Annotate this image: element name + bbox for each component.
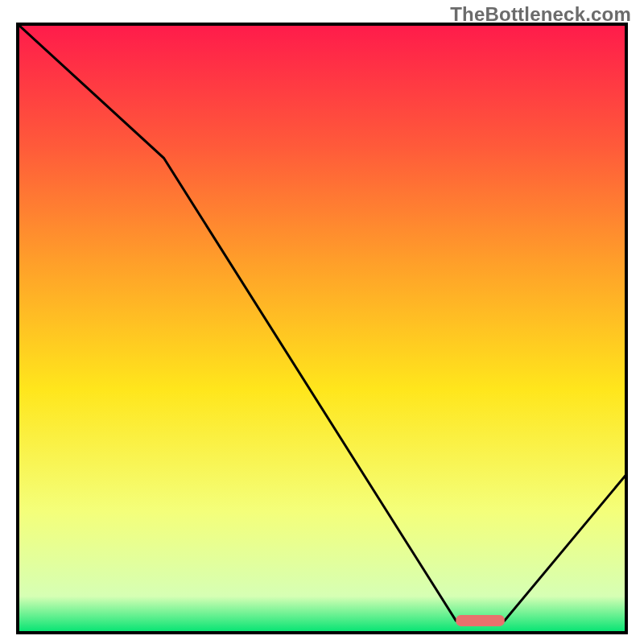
bottleneck-chart: TheBottleneck.com	[0, 0, 644, 644]
optimal-range-marker	[456, 615, 504, 626]
watermark-text: TheBottleneck.com	[450, 3, 631, 26]
chart-svg	[0, 0, 644, 644]
plot-background	[18, 24, 626, 633]
